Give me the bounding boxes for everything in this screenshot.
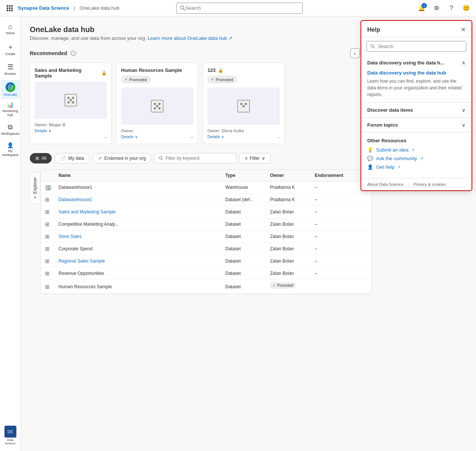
promoted-badge-1: ✓ true Promoted [121, 76, 150, 83]
row-name-7: Revenue Opportunities [58, 271, 225, 276]
waffle-icon[interactable] [4, 3, 15, 13]
learn-more-link[interactable]: Learn more about OneLake data hub ↗ [148, 35, 233, 41]
svg-point-15 [72, 97, 74, 99]
row-icon-5: ⊞ [45, 246, 58, 252]
sidebar-item-monitoring[interactable]: 📊 Monitoring hub [1, 100, 20, 119]
row-promoted-badge-8: ✓ Promoted [270, 283, 296, 288]
card-details-0[interactable]: Details ∨ [35, 128, 51, 133]
svg-point-14 [70, 99, 72, 101]
col-icon [45, 173, 58, 178]
sidebar-item-home[interactable]: ⌂ Home [1, 19, 20, 39]
row-owner-2: Zalan Bolan [270, 209, 315, 215]
sidebar: ⌂ Home ＋ Create ☰ Browse OneLake 📊 Monit… [0, 16, 21, 451]
table-header: Name Type Owner Endorsement [41, 170, 371, 181]
svg-rect-4 [9, 7, 10, 9]
row-owner-6: Zalan Bolan [270, 258, 315, 264]
filter-all-button[interactable]: ⊞ All [30, 153, 52, 163]
svg-rect-6 [7, 10, 8, 11]
help-section-header-0[interactable]: Data discovery using the data h... ∧ [361, 55, 472, 70]
svg-line-29 [162, 159, 163, 160]
help-close-button[interactable]: ✕ [461, 26, 466, 33]
sidebar-item-create[interactable]: ＋ Create [1, 39, 20, 59]
settings-icon[interactable]: ⚙ [431, 3, 442, 13]
card-thumbnail-1 [121, 88, 193, 125]
sidebar-item-my-workspace[interactable]: 👤 My workspace [1, 140, 20, 159]
card-menu-0[interactable]: ··· [104, 134, 108, 140]
sidebar-item-browse[interactable]: ☰ Browse [1, 60, 20, 79]
row-type-4: Dataset [225, 234, 270, 239]
sidebar-item-onelake[interactable]: OneLake [1, 80, 20, 99]
card-title-1: Human Resources Sample [121, 67, 193, 73]
recommended-info-icon[interactable]: i [71, 51, 76, 56]
notification-badge: 1 [422, 3, 427, 8]
global-search[interactable] [176, 3, 303, 14]
explorer-tab[interactable]: » Explorer [30, 172, 40, 203]
card-details-2[interactable]: Details ∨ [207, 134, 224, 139]
row-icon-1: ⊞ [45, 197, 58, 203]
row-type-5: Dataset [225, 246, 270, 251]
col-endorsement: Endorsement [315, 173, 367, 178]
svg-rect-5 [11, 7, 13, 9]
notification-icon[interactable]: 🔔 1 [416, 3, 427, 13]
help-search-input[interactable] [378, 44, 462, 49]
table-row: ⊞ Sales and Marketing Sample Dataset Zal… [41, 206, 371, 218]
card-human-resources: Human Resources Sample ✓ true Promoted O… [116, 63, 198, 144]
filter-dropdown[interactable]: ≡ Filter ∨ [239, 153, 271, 163]
page-subtitle: Discover, manage, and use data from acro… [30, 35, 372, 41]
monitoring-icon: 📊 [7, 102, 14, 108]
card-menu-2[interactable]: ··· [276, 134, 280, 140]
table-row: ⊞ Store Sales Dataset Zalan Bolan – [41, 231, 371, 243]
get-help-link[interactable]: 👤 Get help ↗ [367, 164, 466, 170]
row-type-6: Dataset [225, 258, 270, 264]
topbar-left: Synapse Data Science | OneLake data hub [4, 3, 119, 13]
svg-point-16 [67, 101, 70, 104]
row-endorsement-1: – [315, 197, 367, 202]
topbar-icons: 🔔 1 ⚙ ? 😊 [416, 3, 472, 13]
sidebar-label-my-workspace: My workspace [2, 149, 19, 157]
row-name-8: Human Resources Sample [58, 284, 225, 289]
sidebar-item-workspaces[interactable]: ⧉ Workspaces [1, 120, 20, 139]
nav-prev-button[interactable]: ‹ [350, 48, 360, 58]
sidebar-label-workspaces: Workspaces [1, 132, 19, 136]
row-endorsement-5: – [315, 246, 367, 251]
card-menu-1[interactable]: ··· [190, 134, 194, 140]
table-row: ⊞ Regional Sales Sample Dataset Zalan Bo… [41, 255, 371, 267]
ask-community-link[interactable]: 💬 Ask the community ↗ [367, 156, 466, 161]
help-icon[interactable]: ? [446, 3, 457, 13]
create-icon: ＋ [7, 42, 14, 51]
my-data-icon: 📄 [60, 156, 66, 161]
card-details-1[interactable]: Details ∨ [121, 134, 138, 139]
help-search[interactable] [366, 41, 466, 52]
filter-endorsed-button[interactable]: ✓ Endorsed in your org [93, 153, 151, 163]
about-data-science-link[interactable]: About Data Science [367, 182, 403, 187]
row-owner-5: Zalan Bolan [270, 246, 315, 251]
promoted-badge-2: ✓ Promoted [207, 76, 237, 83]
row-icon-2: ⊞ [45, 209, 58, 215]
table-row: 🏢 Datawarehouse1 Warehouse Pradtanna K – [41, 181, 371, 194]
row-endorsement-6: – [315, 258, 367, 264]
help-section-header-2[interactable]: Forum topics ∨ [361, 118, 472, 132]
sidebar-label-browse: Browse [4, 72, 16, 76]
search-input[interactable] [185, 5, 299, 11]
row-owner-0: Pradtanna K [270, 185, 315, 190]
card-owner-0: Owner: Megan B [35, 123, 107, 127]
recommended-title: Recommended [30, 50, 67, 56]
svg-point-26 [242, 105, 245, 107]
workspaces-icon: ⧉ [8, 123, 13, 131]
row-name-5: Corporate Spend [58, 246, 225, 251]
filter-my-data-button[interactable]: 📄 My data [55, 153, 90, 163]
submit-idea-link[interactable]: 💡 Submit an idea ↗ [367, 147, 466, 153]
keyword-filter-input[interactable] [165, 156, 231, 161]
row-endorsement-3: – [315, 222, 367, 227]
help-article-desc: Learn how you can find, explore, and use… [367, 78, 466, 98]
data-science-icon[interactable]: DS DataScience [4, 426, 16, 445]
help-section-header-1[interactable]: Discover data items ∨ [361, 103, 472, 117]
row-owner-7: Zalan Bolan [270, 271, 315, 276]
cards-row: Sales and Marketing Sample 🔒 Owner: Mega… [30, 63, 372, 144]
svg-line-10 [184, 9, 185, 10]
explorer-arrow-icon: » [32, 196, 38, 199]
privacy-cookies-link[interactable]: Privacy & cookies [413, 182, 446, 187]
filter-keyword-search[interactable] [154, 153, 236, 163]
account-icon[interactable]: 😊 [461, 3, 472, 13]
help-article-link[interactable]: Data discovery using the data hub [367, 70, 466, 76]
